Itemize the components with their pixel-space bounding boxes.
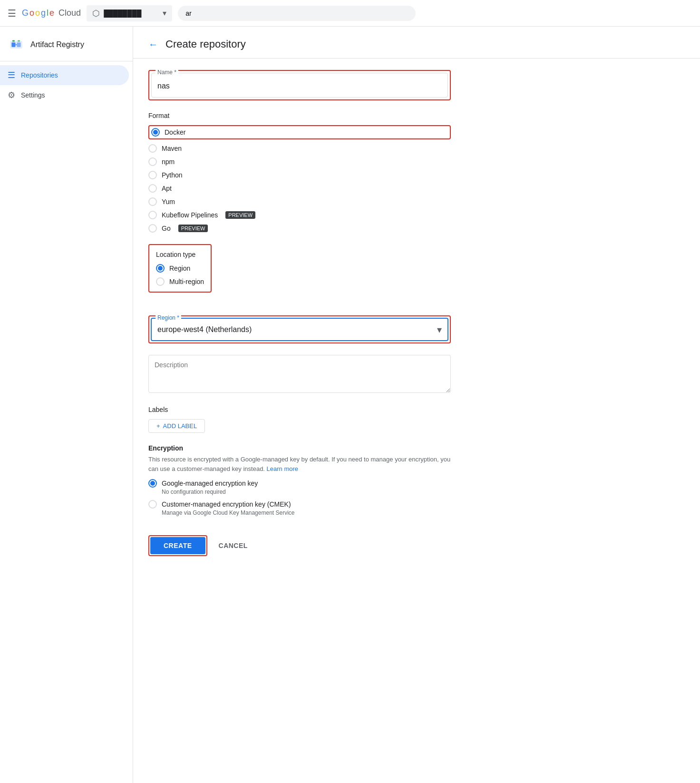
svg-rect-3 — [12, 40, 15, 41]
format-radio-go[interactable]: Go PREVIEW — [148, 224, 451, 233]
settings-icon: ⚙ — [8, 90, 15, 100]
location-type-field-group: Location type Region Multi-region — [148, 244, 451, 304]
location-type-outline: Location type Region Multi-region — [148, 244, 212, 293]
format-go-label: Go — [162, 225, 171, 232]
radio-go-circle — [148, 224, 157, 233]
radio-docker-circle — [151, 128, 160, 137]
go-preview-badge: PREVIEW — [178, 225, 208, 232]
page-header: ← Create repository — [133, 27, 700, 59]
svg-rect-1 — [11, 42, 15, 47]
format-kubeflow-label: Kubeflow Pipelines — [162, 211, 218, 219]
sidebar-item-settings[interactable]: ⚙ Settings — [0, 85, 129, 105]
format-npm-label: npm — [162, 158, 175, 166]
radio-region-circle — [156, 264, 165, 273]
format-radio-docker[interactable]: Docker — [151, 128, 185, 137]
encryption-title: Encryption — [148, 444, 451, 452]
format-apt-label: Apt — [162, 185, 172, 192]
main-content: ← Create repository Name Format — [133, 27, 700, 783]
format-radio-maven[interactable]: Maven — [148, 144, 451, 153]
location-type-radio-region[interactable]: Region — [156, 264, 204, 273]
project-dots-icon: ⬡ — [92, 8, 100, 19]
format-radio-apt[interactable]: Apt — [148, 184, 451, 193]
artifact-registry-logo — [8, 36, 25, 53]
encryption-radio-group: Google-managed encryption key No configu… — [148, 479, 451, 516]
name-field-wrapper: Name — [151, 73, 448, 98]
radio-maven-circle — [148, 144, 157, 153]
encryption-cmek-option: Customer-managed encryption key (CMEK) M… — [148, 500, 451, 516]
radio-npm-circle — [148, 157, 157, 166]
name-field-group: Name — [148, 70, 451, 100]
learn-more-link[interactable]: Learn more — [267, 465, 298, 472]
encryption-radio-google[interactable]: Google-managed encryption key — [148, 479, 451, 488]
encryption-field-group: Encryption This resource is encrypted wi… — [148, 444, 451, 516]
sidebar-nav: ☰ Repositories ⚙ Settings — [0, 61, 133, 109]
format-yum-label: Yum — [162, 198, 175, 206]
google-logo: Google Cloud — [22, 8, 81, 18]
kubeflow-preview-badge: PREVIEW — [225, 211, 255, 219]
location-multiregion-label: Multi-region — [169, 278, 204, 285]
format-maven-label: Maven — [162, 145, 182, 152]
region-field-group: Region * europe-west4 (Netherlands) us-c… — [148, 315, 451, 343]
radio-kubeflow-circle — [148, 211, 157, 219]
topbar: ☰ Google Cloud ⬡ ████████ ▾ — [0, 0, 700, 27]
region-select[interactable]: europe-west4 (Netherlands) us-central1 (… — [152, 319, 447, 340]
encryption-google-label: Google-managed encryption key — [162, 480, 258, 487]
name-input[interactable] — [157, 80, 442, 90]
radio-yum-circle — [148, 197, 157, 206]
sidebar: Artifact Registry ☰ Repositories ⚙ Setti… — [0, 27, 133, 783]
form-container: Name Format Docker — [133, 59, 466, 568]
labels-field-group: Labels + ADD LABEL — [148, 406, 451, 433]
location-type-radio-group: Region Multi-region — [156, 264, 204, 286]
encryption-cmek-sublabel: Manage via Google Cloud Key Management S… — [162, 509, 451, 516]
create-button-outline: CREATE — [148, 535, 207, 556]
add-label-button[interactable]: + ADD LABEL — [148, 419, 205, 433]
name-label: Name — [156, 69, 178, 76]
description-textarea[interactable] — [148, 355, 451, 393]
cancel-button[interactable]: CANCEL — [215, 537, 252, 554]
svg-rect-4 — [18, 40, 20, 41]
sidebar-item-repositories[interactable]: ☰ Repositories — [0, 65, 129, 85]
add-label-plus-icon: + — [156, 422, 160, 430]
svg-rect-2 — [17, 42, 21, 47]
radio-apt-circle — [148, 184, 157, 193]
back-button[interactable]: ← — [148, 39, 158, 50]
format-docker-outline: Docker — [148, 125, 451, 139]
sidebar-header: Artifact Registry — [0, 27, 133, 61]
search-input[interactable] — [185, 10, 408, 17]
chevron-down-icon: ▾ — [163, 9, 166, 18]
encryption-google-option: Google-managed encryption key No configu… — [148, 479, 451, 495]
location-type-radio-multiregion[interactable]: Multi-region — [156, 277, 204, 286]
format-docker-label: Docker — [165, 128, 185, 136]
page-title: Create repository — [165, 38, 246, 50]
format-field-group: Format Docker Maven — [148, 112, 451, 233]
radio-google-key-circle — [148, 479, 157, 488]
encryption-radio-cmek[interactable]: Customer-managed encryption key (CMEK) — [148, 500, 451, 509]
radio-multiregion-circle — [156, 277, 165, 286]
format-radio-group: Docker Maven npm Python — [148, 125, 451, 233]
location-region-label: Region — [169, 264, 190, 272]
radio-python-circle — [148, 171, 157, 179]
format-python-label: Python — [162, 171, 183, 179]
format-radio-kubeflow[interactable]: Kubeflow Pipelines PREVIEW — [148, 211, 451, 219]
sidebar-item-label: Settings — [21, 91, 45, 99]
region-select-outer-outline: Region * europe-west4 (Netherlands) us-c… — [148, 315, 451, 343]
name-field-outline: Name — [148, 70, 451, 100]
format-radio-npm[interactable]: npm — [148, 157, 451, 166]
region-select-inner: Region * europe-west4 (Netherlands) us-c… — [151, 318, 448, 341]
app-layout: Artifact Registry ☰ Repositories ⚙ Setti… — [0, 27, 700, 783]
encryption-google-sublabel: No configuration required — [162, 489, 451, 495]
format-radio-python[interactable]: Python — [148, 171, 451, 179]
create-button[interactable]: CREATE — [150, 537, 205, 554]
format-radio-yum[interactable]: Yum — [148, 197, 451, 206]
location-type-label: Location type — [156, 251, 204, 258]
sidebar-item-label: Repositories — [21, 71, 58, 79]
radio-cmek-circle — [148, 500, 157, 509]
description-field-group — [148, 355, 451, 394]
search-bar — [178, 6, 416, 21]
project-picker[interactable]: ⬡ ████████ ▾ — [87, 5, 172, 21]
menu-icon[interactable]: ☰ — [8, 8, 16, 19]
sidebar-title: Artifact Registry — [30, 40, 84, 49]
region-label: Region * — [156, 314, 181, 321]
encryption-cmek-label: Customer-managed encryption key (CMEK) — [162, 500, 291, 508]
encryption-desc: This resource is encrypted with a Google… — [148, 455, 451, 473]
